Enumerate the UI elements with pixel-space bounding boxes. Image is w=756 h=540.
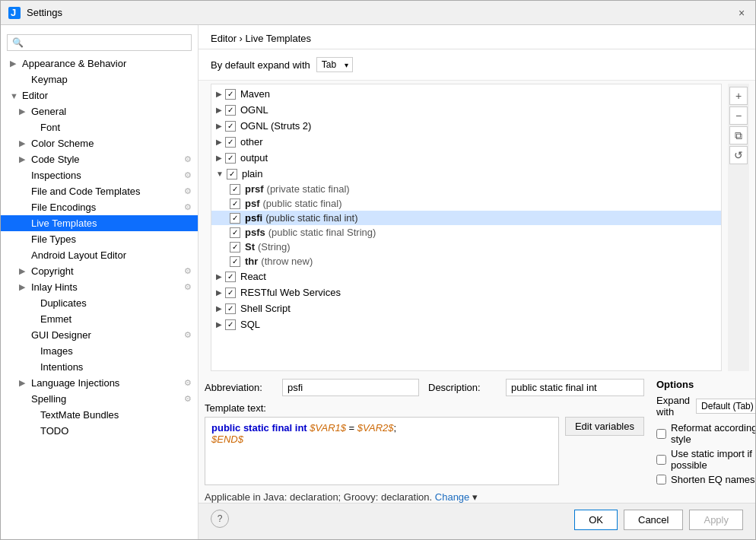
expand-triangle-icon: ▶	[216, 106, 222, 114]
group-name-react: React	[240, 271, 266, 282]
sidebar-item-font[interactable]: Font	[1, 119, 198, 135]
sidebar-item-duplicates[interactable]: Duplicates	[1, 295, 198, 311]
group-header-shell-script[interactable]: ▶ Shell Script	[211, 300, 721, 316]
item-checkbox-thr[interactable]	[230, 256, 240, 267]
group-checkbox-output[interactable]	[225, 153, 236, 164]
expand-with-select[interactable]: Tab	[316, 57, 353, 72]
sidebar-item-textmate-bundles[interactable]: TextMate Bundles	[1, 407, 198, 423]
sidebar-item-inspections[interactable]: Inspections ⚙	[1, 167, 198, 183]
item-checkbox-prsf[interactable]	[230, 184, 240, 195]
sidebar-item-editor[interactable]: ▼ Editor	[1, 87, 198, 103]
sidebar-item-code-style[interactable]: ▶ Code Style ⚙	[1, 151, 198, 167]
ok-button[interactable]: OK	[574, 510, 618, 530]
template-item-prsf[interactable]: prsf (private static final)	[211, 182, 721, 196]
sidebar-item-todo[interactable]: TODO	[1, 423, 198, 439]
sidebar-item-file-types[interactable]: File Types	[1, 231, 198, 247]
sidebar-item-label: Keymap	[31, 74, 192, 85]
item-checkbox-psfs[interactable]	[230, 227, 240, 238]
template-item-psf[interactable]: psf (public static final)	[211, 196, 721, 211]
group-checkbox-restful[interactable]	[225, 287, 236, 298]
group-header-output[interactable]: ▶ output	[211, 150, 721, 166]
reformat-checkbox[interactable]	[656, 429, 666, 439]
breadcrumb: Editor › Live Templates	[199, 25, 755, 49]
group-header-plain[interactable]: ▼ plain	[211, 166, 721, 182]
sidebar-item-label: Language Injections	[31, 377, 181, 389]
sidebar-item-label: Code Style	[31, 154, 181, 165]
template-item-thr[interactable]: thr (throw new)	[211, 254, 721, 268]
sidebar-item-appearance[interactable]: ▶ Appearance & Behavior	[1, 56, 198, 71]
sidebar-item-android-layout[interactable]: Android Layout Editor	[1, 247, 198, 263]
group-checkbox-plain[interactable]	[227, 169, 237, 179]
template-text-box[interactable]: public static final int $VAR1$ = $VAR2$;…	[205, 417, 559, 485]
change-link[interactable]: Change	[435, 491, 470, 503]
sidebar-item-file-code-templates[interactable]: File and Code Templates ⚙	[1, 183, 198, 199]
cancel-button[interactable]: Cancel	[624, 510, 683, 530]
group-header-restful[interactable]: ▶ RESTful Web Services	[211, 284, 721, 300]
expand-triangle-icon: ▶	[216, 154, 222, 162]
sidebar-item-file-encodings[interactable]: File Encodings ⚙	[1, 199, 198, 215]
expand-icon: ▶	[19, 266, 28, 276]
reformat-option-row: Reformat according to style	[656, 422, 755, 445]
group-checkbox-shell-script[interactable]	[225, 303, 236, 314]
applicable-label: Applicable in	[205, 491, 263, 503]
expand-icon: ▼	[10, 91, 19, 100]
close-button[interactable]: ×	[735, 7, 748, 19]
template-list-container: ▶ Maven ▶ OGNL ▶	[205, 84, 749, 371]
sidebar-item-label: Editor	[22, 90, 192, 101]
group-checkbox-other[interactable]	[225, 137, 236, 148]
template-item-psfs[interactable]: psfs (public static final String)	[211, 225, 721, 240]
sidebar-item-color-scheme[interactable]: ▶ Color Scheme	[1, 135, 198, 151]
sidebar-item-inlay-hints[interactable]: ▶ Inlay Hints ⚙	[1, 279, 198, 295]
edit-variables-button[interactable]: Edit variables	[565, 417, 644, 436]
group-header-other[interactable]: ▶ other	[211, 134, 721, 150]
sidebar-item-language-injections[interactable]: ▶ Language Injections ⚙	[1, 375, 198, 391]
sidebar-item-emmet[interactable]: Emmet	[1, 311, 198, 327]
group-header-ognl[interactable]: ▶ OGNL	[211, 102, 721, 118]
sidebar-item-general[interactable]: ▶ General	[1, 103, 198, 119]
sidebar-item-gui-designer[interactable]: GUI Designer ⚙	[1, 327, 198, 343]
gear-icon: ⚙	[184, 266, 192, 276]
shorten-eq-checkbox[interactable]	[656, 475, 666, 484]
item-checkbox-st[interactable]	[230, 242, 240, 253]
template-item-st[interactable]: St (String)	[211, 240, 721, 254]
group-header-sql[interactable]: ▶ SQL	[211, 316, 721, 332]
sidebar-item-copyright[interactable]: ▶ Copyright ⚙	[1, 263, 198, 279]
sidebar-item-intentions[interactable]: Intentions	[1, 359, 198, 375]
group-header-maven[interactable]: ▶ Maven	[211, 86, 721, 102]
options-label: Options	[656, 379, 755, 390]
sidebar-item-label: TextMate Bundles	[40, 409, 192, 421]
expand-triangle-icon: ▶	[216, 320, 222, 329]
breadcrumb-parent: Editor	[211, 33, 237, 44]
group-checkbox-maven[interactable]	[225, 89, 236, 100]
reset-template-button[interactable]: ↺	[729, 146, 748, 164]
add-template-button[interactable]: +	[729, 87, 748, 105]
description-input[interactable]	[506, 379, 644, 396]
expand-with-option-select[interactable]: Default (Tab)	[696, 399, 755, 414]
abbreviation-input[interactable]	[282, 379, 419, 396]
sidebar-item-keymap[interactable]: Keymap	[1, 71, 198, 87]
static-import-checkbox[interactable]	[656, 455, 666, 465]
sidebar-item-live-templates[interactable]: Live Templates	[1, 215, 198, 231]
item-checkbox-psf[interactable]	[230, 199, 240, 209]
remove-template-button[interactable]: −	[729, 106, 748, 125]
group-checkbox-sql[interactable]	[225, 319, 236, 330]
sidebar-item-images[interactable]: Images	[1, 343, 198, 359]
applicable-contexts: Java: declaration; Groovy: declaration.	[263, 491, 434, 503]
group-checkbox-ognl[interactable]	[225, 105, 236, 116]
apply-button[interactable]: Apply	[689, 510, 743, 530]
item-checkbox-psfi[interactable]	[230, 213, 240, 224]
group-header-ognl-struts[interactable]: ▶ OGNL (Struts 2)	[211, 118, 721, 134]
group-checkbox-react[interactable]	[225, 272, 236, 282]
group-header-react[interactable]: ▶ React	[211, 268, 721, 284]
static-import-label: Use static import if possible	[671, 448, 755, 471]
sidebar-item-label: GUI Designer	[31, 329, 181, 341]
copy-template-button[interactable]: ⧉	[729, 126, 748, 145]
template-item-psfi[interactable]: psfi (public static final int)	[211, 211, 721, 225]
group-checkbox-ognl-struts[interactable]	[225, 121, 236, 132]
expand-triangle-icon: ▶	[216, 122, 222, 130]
sidebar-item-spelling[interactable]: Spelling ⚙	[1, 391, 198, 407]
sidebar-item-label: Live Templates	[31, 218, 192, 229]
search-input[interactable]	[7, 34, 192, 51]
help-button[interactable]: ?	[211, 510, 229, 528]
sidebar-item-label: Spelling	[31, 393, 181, 405]
